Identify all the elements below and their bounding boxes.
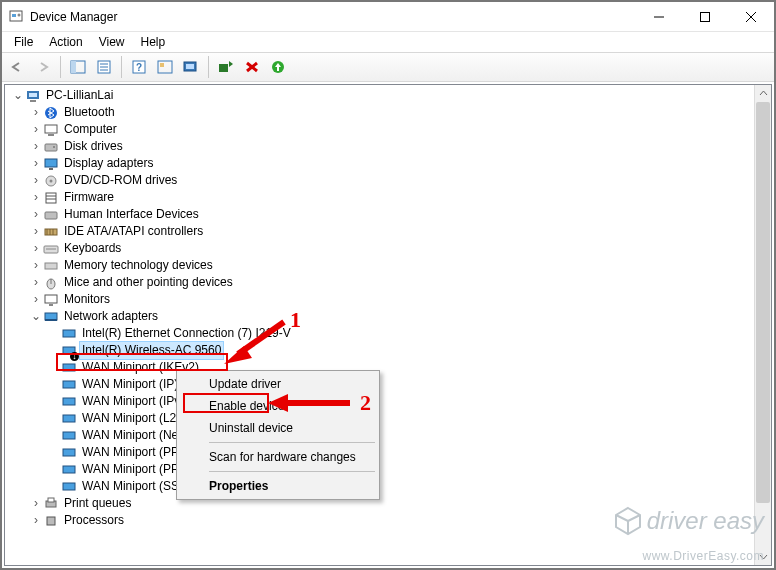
scroll-up-button[interactable] (755, 85, 771, 102)
tree-category-network[interactable]: ⌄ Network adapters (7, 308, 771, 325)
tree-device-wan[interactable]: ›WAN Miniport (PPTP) (7, 461, 771, 478)
action-center-button[interactable] (153, 55, 177, 79)
tree-category-ide[interactable]: › IDE ATA/ATAPI controllers (7, 223, 771, 240)
show-hide-console-tree-button[interactable] (66, 55, 90, 79)
ctx-enable-device[interactable]: Enable device (179, 395, 377, 417)
scroll-down-button[interactable] (755, 548, 771, 565)
ctx-properties[interactable]: Properties (179, 475, 377, 497)
tree-label: Keyboards (62, 240, 123, 257)
svg-rect-25 (30, 100, 36, 102)
expand-icon[interactable]: ⌄ (29, 308, 43, 325)
tree-label: Memory technology devices (62, 257, 215, 274)
help-button[interactable]: ? (127, 55, 151, 79)
ide-icon (43, 224, 59, 240)
tree-category-disk[interactable]: › Disk drives (7, 138, 771, 155)
tree-category-keyboards[interactable]: › Keyboards (7, 240, 771, 257)
tree-category-firmware[interactable]: › Firmware (7, 189, 771, 206)
ctx-scan-hardware[interactable]: Scan for hardware changes (179, 446, 377, 468)
tree-category-printq[interactable]: › Print queues (7, 495, 771, 512)
svg-rect-35 (46, 193, 56, 203)
tree-label: Human Interface Devices (62, 206, 201, 223)
vertical-scrollbar[interactable] (754, 85, 771, 565)
scroll-track[interactable] (755, 102, 771, 548)
tree-category-processors[interactable]: › Processors (7, 512, 771, 529)
expand-icon[interactable]: › (29, 240, 43, 257)
scroll-thumb[interactable] (756, 102, 770, 503)
expand-icon[interactable]: › (29, 121, 43, 138)
tree-root[interactable]: ⌄ PC-LillianLai (7, 87, 771, 104)
forward-button[interactable] (31, 55, 55, 79)
device-tree-panel: ⌄ PC-LillianLai › Bluetooth › Computer ›… (4, 84, 772, 566)
tree-device-wan[interactable]: ›WAN Miniport (IP) (7, 376, 771, 393)
expand-icon[interactable]: › (29, 206, 43, 223)
menu-bar: File Action View Help (2, 32, 774, 52)
expand-icon[interactable]: › (29, 512, 43, 529)
tree-category-monitors[interactable]: › Monitors (7, 291, 771, 308)
svg-rect-54 (63, 364, 75, 371)
expand-icon[interactable]: › (29, 274, 43, 291)
title-bar: Device Manager (2, 2, 774, 32)
tree-label: Mice and other pointing devices (62, 274, 235, 291)
svg-point-34 (50, 179, 53, 182)
ctx-separator (209, 442, 375, 443)
update-driver-button[interactable] (266, 55, 290, 79)
expand-icon[interactable]: › (29, 291, 43, 308)
expand-icon[interactable]: › (29, 189, 43, 206)
ctx-separator (209, 471, 375, 472)
menu-action[interactable]: Action (41, 33, 90, 51)
expand-icon[interactable]: › (29, 223, 43, 240)
properties-button[interactable] (92, 55, 116, 79)
back-button[interactable] (5, 55, 29, 79)
computer-icon (43, 122, 59, 138)
tree-device-wireless[interactable]: › Intel(R) Wireless-AC 9560 (7, 342, 771, 359)
expand-icon[interactable]: › (29, 172, 43, 189)
close-button[interactable] (728, 2, 774, 32)
tree-device-wan[interactable]: ›WAN Miniport (L2TP) (7, 410, 771, 427)
tree-device-ethernet[interactable]: › Intel(R) Ethernet Connection (7) I219-… (7, 325, 771, 342)
tree-device-wan[interactable]: ›WAN Miniport (SSTP) (7, 478, 771, 495)
svg-rect-53 (63, 347, 75, 354)
svg-rect-8 (71, 61, 76, 73)
expand-icon[interactable]: ⌄ (11, 87, 25, 104)
expand-icon[interactable]: › (29, 138, 43, 155)
svg-rect-56 (63, 398, 75, 405)
network-adapter-icon (61, 394, 77, 410)
menu-view[interactable]: View (91, 33, 133, 51)
minimize-button[interactable] (636, 2, 682, 32)
tree-device-wan[interactable]: ›WAN Miniport (Network Monitor) (7, 427, 771, 444)
computer-root-icon (25, 88, 41, 104)
menu-help[interactable]: Help (133, 33, 174, 51)
enable-device-button[interactable] (214, 55, 238, 79)
tree-category-hid[interactable]: › Human Interface Devices (7, 206, 771, 223)
svg-rect-18 (186, 64, 194, 69)
scan-hardware-button[interactable] (179, 55, 203, 79)
ctx-update-driver[interactable]: Update driver (179, 373, 377, 395)
memory-icon (43, 258, 59, 274)
device-tree[interactable]: ⌄ PC-LillianLai › Bluetooth › Computer ›… (7, 87, 771, 529)
svg-rect-31 (45, 159, 57, 167)
ctx-uninstall-device[interactable]: Uninstall device (179, 417, 377, 439)
maximize-button[interactable] (682, 2, 728, 32)
printer-icon (43, 496, 59, 512)
tree-category-memtech[interactable]: › Memory technology devices (7, 257, 771, 274)
tree-device-wan[interactable]: ›WAN Miniport (PPPOE) (7, 444, 771, 461)
expand-icon[interactable]: › (29, 155, 43, 172)
svg-rect-64 (47, 517, 55, 525)
tree-category-dvd[interactable]: › DVD/CD-ROM drives (7, 172, 771, 189)
network-adapter-icon (61, 326, 77, 342)
mouse-icon (43, 275, 59, 291)
tree-category-mice[interactable]: › Mice and other pointing devices (7, 274, 771, 291)
expand-icon[interactable]: › (29, 495, 43, 512)
tree-device-wan[interactable]: ›WAN Miniport (IPv6) (7, 393, 771, 410)
uninstall-button[interactable] (240, 55, 264, 79)
menu-file[interactable]: File (6, 33, 41, 51)
tree-device-wan[interactable]: ›WAN Miniport (IKEv2) (7, 359, 771, 376)
expand-icon[interactable]: › (29, 104, 43, 121)
expand-icon[interactable]: › (29, 257, 43, 274)
tree-category-computer[interactable]: › Computer (7, 121, 771, 138)
network-icon (43, 309, 59, 325)
tree-category-display[interactable]: › Display adapters (7, 155, 771, 172)
keyboard-icon (43, 241, 59, 257)
tree-label: Firmware (62, 189, 116, 206)
tree-category-bluetooth[interactable]: › Bluetooth (7, 104, 771, 121)
